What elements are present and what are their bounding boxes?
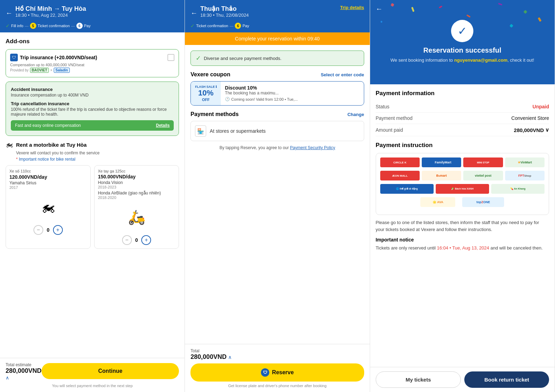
payment-section: Payment methods Change 🏪 At stores or su… — [190, 111, 364, 150]
insurance-checkbox[interactable] — [167, 54, 174, 61]
p2-step2-circle: 6 — [235, 23, 241, 29]
ank-logo: 💊 An Khang — [491, 184, 545, 194]
status-value: Unpaid — [533, 104, 549, 109]
bike2-price: 150.000VND/day — [98, 174, 175, 179]
coupon-flash-label: FLASH SALE ℹ — [195, 85, 217, 89]
topzone-logo: topZONE — [462, 197, 504, 207]
coupon-card: FLASH SALE ℹ 10% OFF Discount 10% The bo… — [190, 81, 364, 106]
p2-header: ← Thuận Thảo 18:30 • Thu, 22/08/2024 Tri… — [185, 0, 369, 32]
bike2-decrement[interactable]: − — [122, 235, 132, 245]
my-tickets-button[interactable]: My tickets — [376, 371, 461, 388]
payment-title: Payment methods — [190, 111, 239, 117]
book-return-button[interactable]: Book return ticket — [464, 371, 549, 388]
pi-notice-text: Tickets are only reserved until 16:04 • … — [376, 245, 549, 252]
viettel-logo: viettel post — [463, 171, 503, 180]
p1-footer-note: You will select payment method in the ne… — [6, 384, 179, 388]
stores-grid: CIRCLE K ▌FamilyMart MINI STOP ★VinMart … — [376, 153, 549, 215]
step1-label: Fill info — [11, 24, 23, 28]
status-label: Status — [376, 104, 390, 109]
p3-header: ← ✓ Reservation successful We sent booki… — [370, 0, 555, 84]
reserve-button[interactable]: 🛡 Reserve — [190, 363, 364, 382]
pi-description: Please go to one of the listed stores, t… — [376, 219, 549, 233]
ministop-logo: MINI STOP — [463, 157, 503, 167]
p1-steps: ✓ Fill info — 5 Ticket confirmation — 6 … — [6, 23, 179, 29]
bike2-image: 🛵 — [98, 203, 175, 231]
select-coupon-link[interactable]: Select or enter code — [321, 72, 364, 77]
clock-icon: 🕐 — [225, 97, 230, 101]
deadline-text: 16:04 • Tue, Aug 13, 2024 — [437, 245, 489, 251]
p3-footer: My tickets Book return ticket — [370, 367, 555, 392]
saladin-badge: Saladin — [54, 68, 70, 73]
bike-rental-section: 🏍 Rent a motorbike at Tuy Hòa Vexere wil… — [6, 140, 179, 249]
ins-detail1-text: Insurance compensation up to 400M VND — [11, 93, 174, 98]
p3-back-arrow[interactable]: ← — [376, 5, 383, 13]
p2-back-arrow[interactable]: ← — [190, 9, 197, 17]
coupon-title: Vexere coupon — [190, 71, 230, 78]
amount-label: Amount paid — [376, 127, 403, 133]
pi-notice-title: Important notice — [376, 237, 549, 243]
bike1-increment[interactable]: + — [53, 225, 63, 235]
payment-method-row: 🏪 At stores or supermarkets — [190, 121, 364, 141]
tgdd-logo: 🌐 thế giới di động — [380, 184, 434, 194]
trip-details-link[interactable]: Trip details — [340, 5, 364, 10]
reserve-shield-icon: 🛡 — [261, 368, 269, 377]
bike1-card: Xe số 110cc 120.000VND/day Yamaha Sirius… — [6, 165, 91, 249]
bike2-year1: 2018-2023 — [98, 185, 175, 189]
insurance-details-box: Accident insurance Insurance compensatio… — [6, 82, 179, 136]
ins-detail2-text: 100% refund of the ticket fare if the tr… — [11, 107, 174, 117]
p2-step1-label: Ticket confirmation — [196, 24, 228, 28]
p1-total-label: Total estimate — [6, 362, 42, 367]
coupon-right: Discount 10% The booking has a maximu...… — [221, 82, 364, 105]
p2-steps: ✓ Ticket confirmation — 6 Pay — [190, 23, 364, 29]
bike-notice-link[interactable]: * Important notice for bike rental — [6, 157, 179, 162]
p2-route: Thuận Thảo — [200, 5, 249, 13]
addons-title: Add-ons — [6, 38, 179, 45]
bike1-image: 🏍 — [9, 193, 87, 221]
agree-text: By tapping Reserve, you agree to our Pay… — [190, 145, 364, 150]
stores-row-4: 🌟 AVA topZONE — [380, 197, 545, 207]
bch-logo: 🥬 Bách hóa XANH — [436, 184, 489, 194]
payment-method-label: At stores or supermarkets — [210, 128, 265, 134]
ins-link-row: Fast and easy online compensation Detail… — [11, 120, 174, 131]
stores-row-1: CIRCLE K ▌FamilyMart MINI STOP ★VinMart — [380, 157, 545, 167]
back-arrow-icon[interactable]: ← — [6, 9, 13, 17]
ins-details-link[interactable]: Details — [156, 123, 170, 128]
change-payment-link[interactable]: Change — [347, 112, 364, 117]
step2-label: Ticket confirmation — [38, 24, 70, 28]
step-check-icon: ✓ — [6, 23, 10, 29]
bike2-increment[interactable]: + — [141, 235, 151, 245]
step3-label: Pay — [84, 24, 91, 28]
panel-fill-info: ← Hồ Chí Minh → Tuy Hòa 18:30 • Thu, Aug… — [0, 0, 185, 392]
p2-total-label: Total — [190, 348, 232, 353]
payment-security-link[interactable]: Payment Security Policy — [290, 145, 335, 150]
bike1-decrement[interactable]: − — [33, 225, 43, 235]
stores-row-3: 🌐 thế giới di động 🥬 Bách hóa XANH 💊 An … — [380, 184, 545, 194]
method-label: Payment method — [376, 115, 413, 121]
bsmart-logo: Bsmart — [422, 171, 461, 180]
notice-star: * — [16, 157, 19, 162]
coupon-desc: The booking has a maximu... — [225, 91, 360, 95]
p2-date: 18:30 • Thu, 22/08/2024 — [200, 13, 249, 18]
insurance-providers: Provided by BAOVIET × Saladin — [10, 68, 174, 73]
familymart-logo: ▌FamilyMart — [422, 157, 461, 167]
coupon-validity: 🕐 Coming soon! Valid from 12:00 • Tue,..… — [225, 97, 360, 101]
p1-header: ← Hồ Chí Minh → Tuy Hòa 18:30 • Thu, Aug… — [0, 0, 185, 32]
payment-header: Payment methods Change — [190, 111, 364, 117]
bike2-model2: Honda AirBlade (giao ngẫu nhiên) — [98, 191, 175, 195]
bike2-counter: − 0 + — [98, 235, 175, 245]
panel-ticket-confirmation: ← Thuận Thảo 18:30 • Thu, 22/08/2024 Tri… — [185, 0, 370, 392]
p1-body: Add-ons 🛡 Trip insurance (+20.000VND/sea… — [0, 32, 185, 358]
insurance-card: 🛡 Trip insurance (+20.000VND/seat) Compe… — [6, 49, 179, 77]
p3-body: Payment information Status Unpaid Paymen… — [370, 84, 555, 367]
p1-route: Hồ Chí Minh → Tuy Hòa — [15, 5, 86, 13]
bike2-count: 0 — [135, 237, 138, 243]
bike1-model: Yamaha Sirius — [9, 180, 87, 185]
bike-icon: 🏍 — [6, 140, 13, 149]
shield-icon: 🛡 — [10, 54, 18, 61]
p2-step2-label: Pay — [242, 24, 249, 28]
p1-footer: Total estimate 280,000VND ∧ Continue You… — [0, 358, 185, 392]
bike1-year: 2017 — [9, 185, 87, 190]
bike-rental-header: 🏍 Rent a motorbike at Tuy Hòa — [6, 140, 179, 149]
continue-button[interactable]: Continue — [42, 363, 179, 379]
stores-row-2: ÆON MALL Bsmart viettel post FPTShop — [380, 171, 545, 180]
